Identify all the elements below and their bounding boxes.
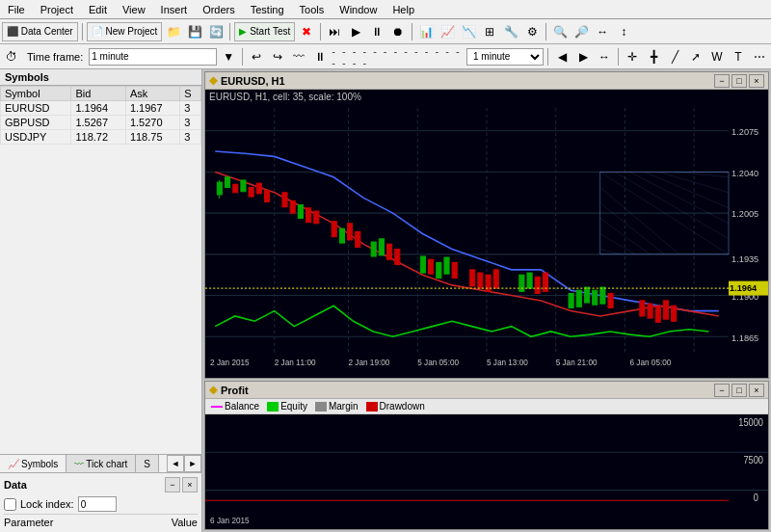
chart-maximize-button[interactable]: □ [731,74,747,88]
profit-close-button[interactable]: × [749,384,764,397]
refresh-icon[interactable]: 🔄 [206,22,226,41]
chart-gold-icon: ◆ [209,74,217,87]
newproject-button[interactable]: 📄 New Project [87,22,163,41]
play-icon[interactable]: ▶ [346,22,365,41]
col-parameter: Parameter [4,517,53,528]
chart-close-button[interactable]: × [749,74,764,88]
menu-tools[interactable]: Tools [292,2,332,17]
chart-info: EURUSD, H1, cell: 35, scale: 100% [205,90,365,104]
line-icon[interactable]: ╱ [665,47,684,66]
undo-icon[interactable]: ↩ [247,47,266,66]
legend-margin: Margin [315,401,359,412]
folder-icon[interactable]: 📁 [164,22,183,41]
menu-edit[interactable]: Edit [81,2,115,17]
cursor2-icon[interactable]: ✛ [623,47,642,66]
lock-checkbox[interactable] [4,498,16,511]
svg-text:5 Jan 13:00: 5 Jan 13:00 [487,358,528,367]
datacenter-button[interactable]: ⬛ Data Center [2,22,78,41]
save-icon[interactable]: 💾 [185,22,204,41]
data-header-buttons: − × [165,477,198,492]
more-icon[interactable]: ⋯ [750,47,769,66]
menu-file[interactable]: File [0,2,33,17]
profit-svg: 15000 7500 0 6 Jan 2015 [205,414,768,529]
zoom-out-icon[interactable]: 🔎 [572,22,591,41]
grid-icon[interactable]: ⊞ [480,22,499,41]
cross-icon[interactable]: ╋ [644,47,663,66]
profit-maximize-button[interactable]: □ [731,384,747,397]
redo-icon[interactable]: ↪ [268,47,287,66]
svg-text:15000: 15000 [738,416,763,428]
nav-left-button[interactable]: ◄ [167,455,184,472]
data-minimize[interactable]: − [165,477,180,492]
table-row[interactable]: EURUSD 1.1964 1.1967 3 [1,101,201,116]
separator1 [82,23,83,40]
svg-rect-54 [470,270,475,286]
stop-icon[interactable]: ✖ [297,22,316,41]
drawdown-label: Drawdown [380,401,425,412]
chart-titlebar: ◆ EURUSD, H1 − □ × [205,72,768,90]
svg-rect-66 [600,287,605,304]
menu-help[interactable]: Help [385,2,422,17]
svg-text:5 Jan 21:00: 5 Jan 21:00 [556,358,598,367]
starttest-button[interactable]: ▶ Start Test [234,22,295,41]
svg-text:6 Jan 2015: 6 Jan 2015 [210,515,250,525]
menu-insert[interactable]: Insert [153,2,196,17]
tab-s[interactable]: S [136,455,159,472]
scroll2-icon[interactable]: ↔ [595,47,614,66]
chart-icon3[interactable]: 📉 [459,22,478,41]
symbol-name: GBPUSD [1,116,71,130]
wave-icon[interactable]: 〰 [289,47,308,66]
equity-color [267,402,279,412]
nav-right-icon[interactable]: ▶ [573,47,593,66]
profit-titlebar: ◆ Profit − □ × [205,382,768,399]
profit-minimize-button[interactable]: − [714,384,730,397]
scroll-icon[interactable]: ↔ [593,22,612,41]
svg-rect-64 [584,287,589,303]
menu-view[interactable]: View [115,2,153,17]
zoom-in-icon[interactable]: 🔍 [550,22,570,41]
tool-icon2[interactable]: ⚙ [522,22,542,41]
timeframe-input[interactable] [89,48,217,66]
chart-minimize-button[interactable]: − [714,74,730,88]
profit-chart[interactable]: 15000 7500 0 6 Jan 2015 [205,414,768,529]
svg-text:1.2005: 1.2005 [731,208,758,219]
rec-icon[interactable]: ⏺ [388,22,408,41]
table-row[interactable]: GBPUSD 1.5267 1.5270 3 [1,116,201,130]
tool-icon1[interactable]: 🔧 [501,22,520,41]
lock-row: Lock index: [4,496,198,512]
separator4 [412,23,412,40]
svg-rect-89 [205,414,768,529]
text-icon[interactable]: W [707,47,727,66]
pause2-icon[interactable]: ⏸ [310,47,330,66]
chart-icon1[interactable]: 📊 [416,22,436,41]
svg-rect-45 [371,242,376,256]
step-icon[interactable]: ⏭ [325,22,344,41]
lock-input[interactable] [78,496,117,512]
chart-icon2[interactable]: 📈 [438,22,457,41]
data-panel: Data − × Lock index: Parameter Value [0,473,201,532]
nav-left-icon[interactable]: ◀ [552,47,572,66]
table-row[interactable]: USDJPY 118.72 118.75 3 [1,130,201,145]
menu-orders[interactable]: Orders [195,2,243,17]
svg-text:1.2040: 1.2040 [731,168,758,178]
pause-icon[interactable]: ⏸ [367,22,386,41]
menu-project[interactable]: Project [33,2,81,17]
menu-testing[interactable]: Testing [243,2,292,17]
tab-symbols[interactable]: 📈 Symbols [0,455,66,472]
col-headers: Parameter Value [4,514,198,528]
separator2 [229,23,230,40]
tf-dropdown-icon[interactable]: ▼ [219,47,238,66]
symbol-bid: 1.1964 [71,101,125,116]
arrow-icon[interactable]: ➚ [686,47,705,66]
cursor-icon[interactable]: ↕ [614,22,633,41]
bottom-tabs-area: 📈 Symbols 〰 Tick chart S ◄ ► [0,454,201,532]
font-icon[interactable]: T [729,47,748,66]
menu-window[interactable]: Window [332,2,385,17]
timeframe-select[interactable]: 1 minute [466,48,544,66]
data-close[interactable]: × [182,477,198,492]
chart-area[interactable]: EURUSD, H1, cell: 35, scale: 100% [205,90,768,378]
tab-tickchart[interactable]: 〰 Tick chart [66,455,136,472]
separator3 [320,23,321,40]
nav-right-button[interactable]: ► [184,455,201,472]
main-area: Symbols Symbol Bid Ask S EURUSD 1.1964 1… [0,69,771,532]
